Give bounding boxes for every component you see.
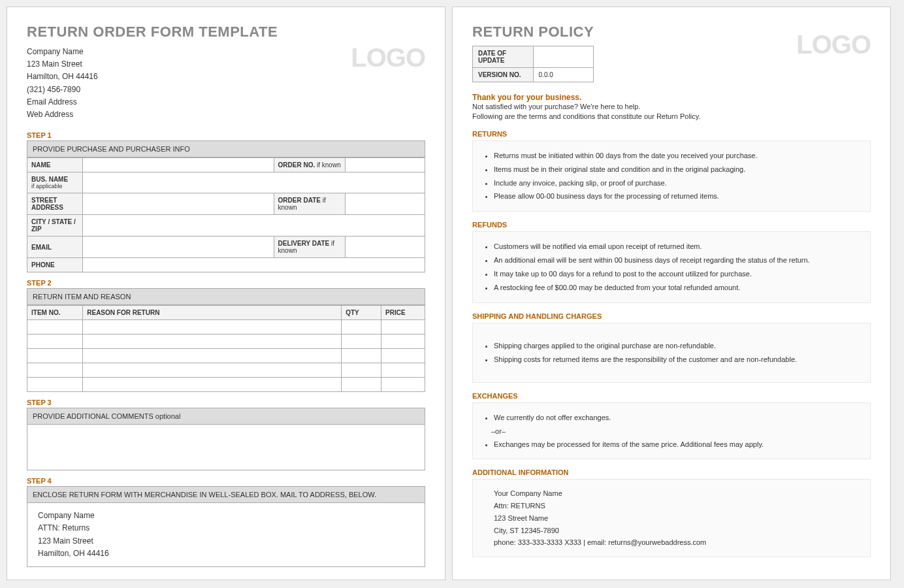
shipping-bullet: Shipping costs for returned items are th… xyxy=(494,353,861,367)
step3-label: STEP 3 xyxy=(27,399,425,406)
step1-header: PROVIDE PURCHASE AND PURCHASER INFO xyxy=(27,140,425,157)
step3-header: PROVIDE ADDITIONAL COMMENTS optional xyxy=(27,408,425,425)
col-reason: REASON FOR RETURN xyxy=(83,306,342,320)
policy-header: RETURN POLICY DATE OF UPDATE VERSION NO.… xyxy=(472,24,871,89)
company-email: Email Address xyxy=(27,96,278,108)
return-policy-page: RETURN POLICY DATE OF UPDATE VERSION NO.… xyxy=(452,7,891,580)
exchanges-box: We currently do not offer exchanges. –or… xyxy=(472,402,871,460)
company-name: Company Name xyxy=(27,46,278,58)
exchanges-or: –or– xyxy=(491,427,861,435)
shipping-box: Shipping charges applied to the original… xyxy=(472,323,871,383)
addl-line-4: City, ST 12345-7890 xyxy=(494,525,861,537)
policy-header-left: RETURN POLICY DATE OF UPDATE VERSION NO.… xyxy=(472,24,594,89)
addl-line-2: Attn: RETURNS xyxy=(494,500,861,512)
mail-line-2: ATTN: Returns xyxy=(38,522,414,534)
version-no-value[interactable]: 0.0.0 xyxy=(533,68,594,82)
city-state-zip-field[interactable] xyxy=(83,215,425,237)
additional-box: Your Company Name Attn: RETURNS 123 Stre… xyxy=(472,479,871,557)
table-row[interactable] xyxy=(27,320,425,335)
document-container: RETURN ORDER FORM TEMPLATE Company Name … xyxy=(7,7,897,580)
order-date-field[interactable] xyxy=(346,193,425,215)
mail-line-4: Hamilton, OH 44416 xyxy=(38,547,414,560)
company-phone: (321) 456-7890 xyxy=(27,84,278,96)
refunds-box: Customers will be notified via email upo… xyxy=(472,231,871,303)
intro-line-1: Not satisfied with your purchase? We're … xyxy=(472,102,871,112)
policy-meta-table: DATE OF UPDATE VERSION NO. 0.0.0 xyxy=(472,46,594,82)
form-header-left: RETURN ORDER FORM TEMPLATE Company Name … xyxy=(27,24,278,125)
comments-field[interactable] xyxy=(27,425,425,470)
step4-label: STEP 4 xyxy=(27,477,425,485)
delivery-date-field[interactable] xyxy=(346,237,425,258)
refunds-title: REFUNDS xyxy=(472,218,871,231)
phone-field[interactable] xyxy=(83,258,425,272)
table-row[interactable] xyxy=(27,335,425,349)
purchaser-info-table: NAME ORDER NO. if known BUS. NAMEif appl… xyxy=(27,157,425,272)
exchanges-title: EXCHANGES xyxy=(472,389,871,402)
returns-bullet: Returns must be initiated within 00 days… xyxy=(494,149,861,163)
items-table: ITEM NO. REASON FOR RETURN QTY PRICE xyxy=(27,305,425,392)
refunds-bullet: An additional email will be sent within … xyxy=(494,253,861,267)
addl-line-5: phone: 333-333-3333 X333 | email: return… xyxy=(494,536,861,549)
step1-label: STEP 1 xyxy=(27,131,425,139)
addl-line-1: Your Company Name xyxy=(494,487,861,500)
order-no-label: ORDER NO. if known xyxy=(274,158,346,172)
company-street: 123 Main Street xyxy=(27,58,278,71)
mail-line-3: 123 Main Street xyxy=(38,535,414,547)
table-row[interactable] xyxy=(27,378,425,392)
phone-label: PHONE xyxy=(27,258,83,272)
addl-line-3: 123 Street Name xyxy=(494,512,861,525)
step2-label: STEP 2 xyxy=(27,279,425,287)
exchanges-bullet: We currently do not offer exchanges. xyxy=(494,411,861,425)
delivery-date-label: DELIVERY DATE if known xyxy=(274,237,346,258)
return-order-form-page: RETURN ORDER FORM TEMPLATE Company Name … xyxy=(7,7,445,580)
bus-name-label: BUS. NAMEif applicable xyxy=(27,172,83,193)
shipping-title: SHIPPING AND HANDLING CHARGES xyxy=(472,310,871,323)
email-label: EMAIL xyxy=(27,237,83,258)
policy-intro: Not satisfied with your purchase? We're … xyxy=(472,102,871,122)
logo-placeholder: LOGO xyxy=(796,30,871,59)
company-web: Web Address xyxy=(27,108,278,121)
email-field[interactable] xyxy=(83,237,274,258)
mail-line-1: Company Name xyxy=(38,510,414,522)
col-qty: QTY xyxy=(342,306,381,320)
mail-address-box: Company Name ATTN: Returns 123 Main Stre… xyxy=(27,503,425,567)
form-title: RETURN ORDER FORM TEMPLATE xyxy=(27,24,278,41)
shipping-bullet: Shipping charges applied to the original… xyxy=(494,339,861,353)
returns-bullet: Items must be in their original state an… xyxy=(494,163,861,176)
returns-box: Returns must be initiated within 00 days… xyxy=(472,140,871,212)
col-price: PRICE xyxy=(381,306,425,320)
additional-title: ADDITIONAL INFORMATION xyxy=(472,466,871,479)
form-header: RETURN ORDER FORM TEMPLATE Company Name … xyxy=(27,24,425,125)
table-row[interactable] xyxy=(27,363,425,378)
policy-title: RETURN POLICY xyxy=(472,24,594,41)
returns-bullet: Include any invoice, packing slip, or pr… xyxy=(494,176,861,190)
intro-line-2: Following are the terms and conditions t… xyxy=(472,112,871,122)
logo-placeholder: LOGO xyxy=(351,43,425,73)
street-address-label: STREET ADDRESS xyxy=(27,193,83,215)
returns-title: RETURNS xyxy=(472,127,871,140)
version-no-label: VERSION NO. xyxy=(473,68,534,82)
date-of-update-label: DATE OF UPDATE xyxy=(473,46,534,68)
company-city: Hamilton, OH 44416 xyxy=(27,71,278,83)
table-row[interactable] xyxy=(27,349,425,363)
refunds-bullet: Customers will be notified via email upo… xyxy=(494,240,861,253)
returns-bullet: Please allow 00-00 business days for the… xyxy=(494,189,861,203)
thank-you-text: Thank you for your business. xyxy=(472,93,871,102)
refunds-bullet: A restocking fee of $00.00 may be deduct… xyxy=(494,281,861,295)
bus-name-field[interactable] xyxy=(83,172,425,193)
step2-header: RETURN ITEM AND REASON xyxy=(27,288,425,305)
order-no-field[interactable] xyxy=(346,158,425,172)
date-of-update-value[interactable] xyxy=(533,46,594,68)
step4-header: ENCLOSE RETURN FORM WITH MERCHANDISE IN … xyxy=(27,486,425,503)
city-state-zip-label: CITY / STATE / ZIP xyxy=(27,215,83,237)
exchanges-bullet: Exchanges may be processed for items of … xyxy=(494,438,861,451)
street-address-field[interactable] xyxy=(83,193,274,215)
name-field[interactable] xyxy=(83,158,274,172)
company-info: Company Name 123 Main Street Hamilton, O… xyxy=(27,46,278,121)
refunds-bullet: It may take up to 00 days for a refund t… xyxy=(494,267,861,281)
order-date-label: ORDER DATE if known xyxy=(274,193,346,215)
name-label: NAME xyxy=(27,158,83,172)
col-item-no: ITEM NO. xyxy=(27,306,83,320)
